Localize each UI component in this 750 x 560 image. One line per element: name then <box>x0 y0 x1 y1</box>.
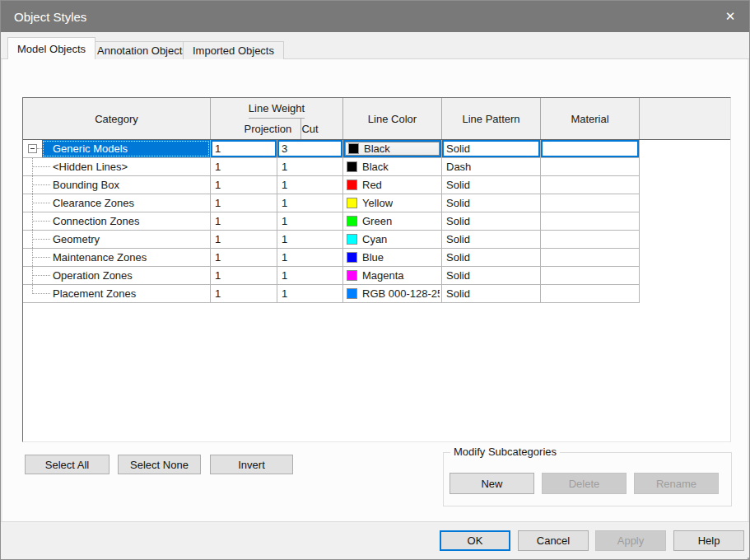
modify-subcategories-label: Modify Subcategories <box>450 446 560 458</box>
new-subcategory-button[interactable]: New <box>450 473 534 494</box>
line-pattern-cell[interactable]: Dash <box>442 158 541 176</box>
projection-cell[interactable]: 1 <box>211 267 277 285</box>
line-color-cell[interactable]: Blue <box>343 249 442 267</box>
material-cell[interactable] <box>541 140 640 158</box>
line-color-cell[interactable]: Green <box>343 212 442 231</box>
table-row: Generic Models13BlackSolid <box>23 140 730 158</box>
projection-cell[interactable]: 1 <box>211 249 277 267</box>
category-cell[interactable]: Connection Zones <box>23 212 211 231</box>
category-cell[interactable]: <Hidden Lines> <box>23 158 211 176</box>
projection-cell[interactable]: 1 <box>211 176 277 194</box>
cut-cell[interactable]: 1 <box>277 212 343 231</box>
tree-connector <box>32 221 50 222</box>
tab-imported-objects[interactable]: Imported Objects <box>183 41 284 59</box>
line-pattern-cell[interactable]: Solid <box>442 231 541 249</box>
material-cell[interactable] <box>541 194 640 212</box>
projection-cell[interactable]: 1 <box>211 231 277 249</box>
table-row: Operation Zones11MagentaSolid <box>23 267 730 285</box>
delete-subcategory-button[interactable]: Delete <box>542 473 627 494</box>
line-pattern-cell[interactable]: Solid <box>442 285 541 303</box>
header-category[interactable]: Category <box>23 98 211 139</box>
cut-cell[interactable]: 1 <box>277 267 343 285</box>
header-material[interactable]: Material <box>541 98 640 139</box>
select-none-button[interactable]: Select None <box>118 455 201 474</box>
line-color-cell[interactable]: Cyan <box>343 231 442 249</box>
help-button[interactable]: Help <box>673 530 744 551</box>
rename-subcategory-button[interactable]: Rename <box>634 473 719 494</box>
dialog-footer: OK Cancel Apply Help <box>1 521 749 559</box>
projection-cell[interactable]: 1 <box>211 285 277 303</box>
category-cell[interactable]: Operation Zones <box>23 267 211 285</box>
select-all-button[interactable]: Select All <box>25 455 109 474</box>
category-cell[interactable]: Geometry <box>23 231 211 249</box>
line-color-cell[interactable]: Yellow <box>343 194 442 212</box>
cut-cell[interactable]: 3 <box>277 140 343 158</box>
line-color-cell[interactable]: Black <box>343 158 442 176</box>
line-color-cell[interactable]: Magenta <box>343 267 442 285</box>
tree-connector <box>32 239 50 240</box>
table-row: Placement Zones11RGB 000-128-255Solid <box>23 285 730 303</box>
cancel-button[interactable]: Cancel <box>518 530 589 551</box>
resize-grip-icon[interactable] <box>744 554 746 556</box>
invert-button[interactable]: Invert <box>210 455 293 474</box>
tree-connector <box>32 166 50 167</box>
material-cell[interactable] <box>541 285 640 303</box>
material-cell[interactable] <box>541 249 640 267</box>
line-pattern-cell[interactable]: Solid <box>442 176 541 194</box>
material-cell[interactable] <box>541 231 640 249</box>
cut-cell[interactable]: 1 <box>277 231 343 249</box>
tree-vertical-line <box>32 158 33 294</box>
color-name-label: Yellow <box>362 197 393 209</box>
color-swatch <box>348 143 359 154</box>
row-filler <box>640 267 730 285</box>
material-cell[interactable] <box>541 176 640 194</box>
color-name-label: Cyan <box>362 233 387 245</box>
tab-model-objects[interactable]: Model Objects <box>7 37 95 59</box>
line-color-cell[interactable]: Red <box>343 176 442 194</box>
table-row: Geometry11CyanSolid <box>23 231 730 249</box>
close-icon[interactable]: ✕ <box>711 1 749 32</box>
category-cell[interactable]: Generic Models <box>23 140 211 158</box>
tab-annotation-objects[interactable]: Annotation Objects <box>87 41 198 59</box>
cut-cell[interactable]: 1 <box>277 158 343 176</box>
line-pattern-cell[interactable]: Solid <box>442 194 541 212</box>
ok-button[interactable]: OK <box>440 530 510 551</box>
color-name-label: Magenta <box>362 269 404 282</box>
category-cell[interactable]: Clearance Zones <box>23 194 211 212</box>
line-color-button[interactable]: Black <box>345 142 440 156</box>
category-cell[interactable]: Maintenance Zones <box>23 249 211 267</box>
line-pattern-cell[interactable]: Solid <box>442 140 541 158</box>
cut-cell[interactable]: 1 <box>277 285 343 303</box>
category-cell[interactable]: Bounding Box <box>23 176 211 194</box>
tab-page-model-objects: Category Line Weight Projection Cut Line… <box>1 59 749 523</box>
material-cell[interactable] <box>541 158 640 176</box>
header-line-color[interactable]: Line Color <box>343 98 442 139</box>
collapse-expander-icon[interactable] <box>28 144 37 153</box>
projection-cell[interactable]: 1 <box>211 158 277 176</box>
header-line-weight[interactable]: Line Weight Projection Cut <box>211 98 343 139</box>
selected-category-highlight[interactable]: Generic Models <box>42 140 210 157</box>
header-line-weight-label: Line Weight <box>249 98 305 119</box>
projection-cell[interactable]: 1 <box>211 212 277 231</box>
category-cell[interactable]: Placement Zones <box>23 285 211 303</box>
projection-cell[interactable]: 1 <box>211 140 277 158</box>
line-pattern-cell[interactable]: Solid <box>442 249 541 267</box>
header-projection[interactable]: Projection <box>235 119 301 139</box>
projection-cell[interactable]: 1 <box>211 194 277 212</box>
header-cut[interactable]: Cut <box>301 119 318 139</box>
table-row: Clearance Zones11YellowSolid <box>23 194 730 212</box>
cut-cell[interactable]: 1 <box>277 194 343 212</box>
line-pattern-cell[interactable]: Solid <box>442 267 541 285</box>
line-color-cell[interactable]: Black <box>343 140 442 158</box>
row-filler <box>640 176 730 194</box>
material-cell[interactable] <box>541 267 640 285</box>
cut-cell[interactable]: 1 <box>277 176 343 194</box>
header-line-pattern[interactable]: Line Pattern <box>442 98 541 139</box>
line-color-cell[interactable]: RGB 000-128-255 <box>343 285 442 303</box>
table-body: Generic Models13BlackSolid<Hidden Lines>… <box>23 140 730 303</box>
cut-cell[interactable]: 1 <box>277 249 343 267</box>
line-pattern-cell[interactable]: Solid <box>442 212 541 231</box>
apply-button[interactable]: Apply <box>595 530 666 551</box>
color-name-label: Black <box>362 161 389 173</box>
material-cell[interactable] <box>541 212 640 231</box>
